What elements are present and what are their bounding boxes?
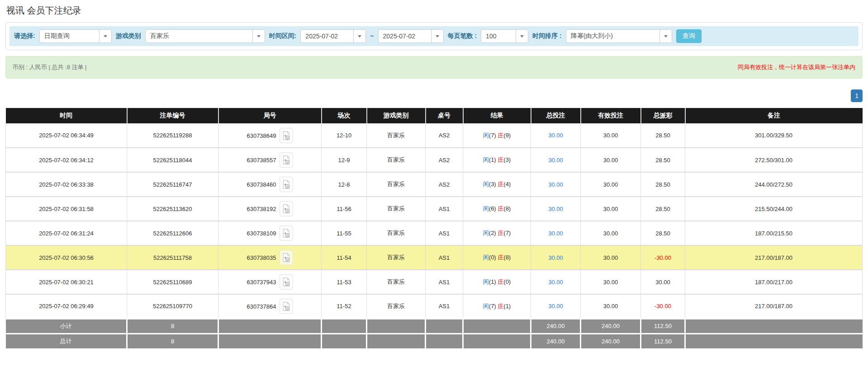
cell-total-bet: 30.00 — [531, 123, 581, 148]
cell-total-bet: 30.00 — [531, 148, 581, 172]
result-banker-label: 庄 — [498, 181, 503, 188]
total-bet-link[interactable]: 30.00 — [548, 157, 563, 164]
time-sort-dropdown-button[interactable] — [659, 30, 672, 42]
header-valid-bet: 有效投注 — [581, 108, 641, 123]
result-player-label: 闲 — [483, 181, 489, 188]
page-size-dropdown-button[interactable] — [516, 30, 528, 42]
table-row: 2025-07-02 06:31:24522625112606630738109… — [6, 221, 863, 245]
result-player-value: (7) — [489, 132, 498, 139]
cell-session: 11-54 — [322, 245, 367, 270]
chevron-down-icon — [436, 35, 439, 38]
cell-remark: 217.00/187.00 — [685, 245, 863, 270]
result-player-label: 闲 — [483, 156, 489, 163]
page-size-select[interactable]: 100 — [481, 29, 528, 43]
table-row: 2025-07-02 06:31:58522625113620630738192… — [6, 197, 863, 221]
date-to-value: 2025-07-02 — [379, 30, 431, 42]
footer-payout: 112.50 — [641, 333, 685, 348]
cell-bet-id: 522625111758 — [127, 245, 218, 270]
footer-remark — [685, 333, 863, 348]
date-from-dropdown-button[interactable] — [353, 30, 365, 42]
total-bet-link[interactable]: 30.00 — [548, 181, 563, 188]
result-player-label: 闲 — [483, 230, 489, 236]
cell-valid-bet: 30.00 — [581, 197, 641, 221]
round-number: 630738460 — [247, 181, 276, 188]
footer-table-no — [426, 333, 463, 348]
table-row: 2025-07-02 06:34:49522625119288630738649… — [6, 123, 863, 148]
video-replay-button[interactable] — [280, 250, 293, 265]
result-player-label: 闲 — [483, 205, 489, 212]
total-bet-link[interactable]: 30.00 — [548, 279, 563, 286]
footer-round — [218, 319, 322, 333]
cell-round: 630738109 — [218, 221, 322, 245]
header-total-bet: 总投注 — [531, 108, 581, 123]
cell-payout: -30.00 — [641, 294, 685, 319]
date-to-select[interactable]: 2025-07-02 — [378, 29, 444, 43]
cell-session: 11-55 — [322, 221, 367, 245]
footer-total-bet: 240.00 — [531, 319, 581, 333]
cell-result: 闲(0) 庄(8) — [463, 245, 531, 270]
time-sort-select[interactable]: 降幂(由大到小) — [566, 29, 672, 43]
video-replay-button[interactable] — [280, 128, 293, 143]
cell-table-no: AS1 — [426, 221, 463, 245]
header-remark: 备注 — [685, 108, 863, 123]
cell-game-type: 百家乐 — [367, 123, 426, 148]
cell-round: 630738649 — [218, 123, 322, 148]
chevron-down-icon — [358, 35, 361, 38]
query-type-dropdown-button[interactable] — [99, 30, 111, 42]
video-replay-button[interactable] — [280, 201, 293, 216]
game-type-select[interactable]: 百家乐 — [145, 29, 265, 43]
pagination-page-1[interactable]: 1 — [851, 89, 863, 102]
video-replay-button[interactable] — [280, 177, 293, 192]
cell-valid-bet: 30.00 — [581, 172, 641, 197]
time-sort-label: 时间排序 : — [532, 32, 562, 40]
filter-toolbar: 请选择: 日期查询 游戏类别 百家乐 时间区间: 2025-07-02 ~ 20… — [9, 26, 859, 46]
cell-bet-id: 522625109770 — [127, 294, 218, 319]
date-range-separator: ~ — [370, 33, 374, 40]
cell-bet-id: 522625118044 — [127, 148, 218, 172]
game-type-dropdown-button[interactable] — [252, 30, 265, 42]
cell-total-bet: 30.00 — [531, 294, 581, 319]
round-number: 630737864 — [247, 303, 276, 310]
footer-table-no — [426, 319, 463, 333]
result-player-value: (2) — [489, 230, 498, 236]
result-banker-value: (3) — [503, 156, 511, 163]
cell-table-no: AS2 — [426, 172, 463, 197]
cell-table-no: AS1 — [426, 197, 463, 221]
total-bet-link[interactable]: 30.00 — [548, 254, 563, 261]
cell-round: 630738460 — [218, 172, 322, 197]
video-replay-icon — [283, 180, 290, 189]
cell-result: 闲(7) 庄(9) — [463, 123, 531, 148]
result-player-value: (0) — [489, 254, 498, 261]
total-bet-link[interactable]: 30.00 — [548, 230, 563, 237]
video-replay-button[interactable] — [280, 299, 293, 314]
date-to-dropdown-button[interactable] — [431, 30, 443, 42]
video-replay-button[interactable] — [280, 274, 293, 290]
video-replay-icon — [283, 253, 290, 262]
result-banker-label: 庄 — [498, 278, 503, 285]
video-replay-button[interactable] — [280, 225, 293, 241]
video-replay-icon — [283, 204, 290, 213]
total-bet-link[interactable]: 30.00 — [548, 303, 563, 310]
cell-result: 闲(6) 庄(8) — [463, 197, 531, 221]
cell-game-type: 百家乐 — [367, 197, 426, 221]
footer-session — [322, 333, 367, 348]
cell-bet-id: 522625116747 — [127, 172, 218, 197]
video-replay-button[interactable] — [280, 152, 293, 168]
date-from-select[interactable]: 2025-07-02 — [300, 29, 366, 43]
header-round: 局号 — [218, 108, 322, 123]
footer-result — [463, 319, 531, 333]
cell-valid-bet: 30.00 — [581, 270, 641, 294]
search-button[interactable]: 查询 — [676, 29, 702, 43]
filter-panel: 请选择: 日期查询 游戏类别 百家乐 时间区间: 2025-07-02 ~ 20… — [5, 22, 863, 50]
cell-time: 2025-07-02 06:34:49 — [6, 123, 127, 148]
result-banker-value: (0) — [503, 278, 511, 285]
header-table-no: 桌号 — [426, 108, 463, 123]
query-type-select[interactable]: 日期查询 — [39, 29, 112, 43]
result-player-value: (3) — [489, 181, 498, 188]
total-bet-link[interactable]: 30.00 — [548, 206, 563, 212]
cell-time: 2025-07-02 06:31:58 — [6, 197, 127, 221]
cell-bet-id: 522625110689 — [127, 270, 218, 294]
page-size-value: 100 — [481, 30, 516, 42]
total-bet-link[interactable]: 30.00 — [548, 132, 563, 139]
cell-session: 12-10 — [322, 123, 367, 148]
